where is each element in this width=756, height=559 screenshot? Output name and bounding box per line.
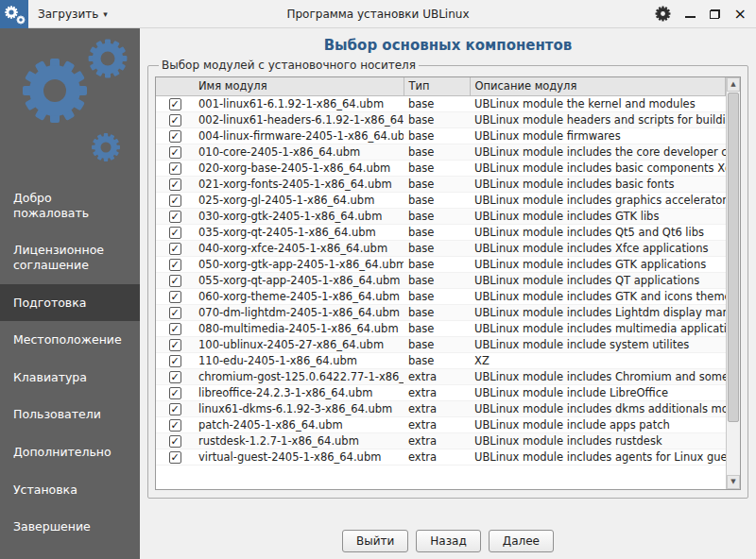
table-row[interactable]: ✓110-edu-2405-1-x86_64.ubmbaseXZ (156, 352, 726, 368)
table-row[interactable]: ✓004-linux-firmware-2405-1-x86_64.ubmbas… (156, 127, 726, 144)
module-type: base (404, 320, 470, 336)
module-name: 055-xorg-qt-app-2405-1-x86_64.ubm (194, 272, 404, 288)
row-checkbox[interactable]: ✓ (169, 355, 181, 367)
load-button-label: Загрузить (38, 8, 98, 21)
vertical-scrollbar[interactable]: ▲ ▼ (726, 77, 740, 489)
column-header[interactable]: Описание модуля (470, 77, 726, 95)
module-type: base (404, 272, 470, 288)
back-button[interactable]: Назад (416, 530, 480, 552)
sidebar: Добро пожаловатьЛицензионное соглашениеП… (0, 28, 140, 559)
table-row[interactable]: ✓030-xorg-gtk-2405-1-x86_64.ubmbaseUBLin… (156, 208, 726, 224)
row-checkbox[interactable]: ✓ (169, 275, 181, 287)
row-checkbox[interactable]: ✓ (169, 227, 181, 239)
module-type: base (404, 111, 470, 127)
minimize-button[interactable] (685, 9, 696, 18)
sidebar-item[interactable]: Установка (0, 471, 140, 509)
row-checkbox[interactable]: ✓ (169, 130, 181, 143)
row-checkbox[interactable]: ✓ (169, 403, 181, 415)
settings-gear-icon[interactable] (655, 6, 671, 22)
table-row[interactable]: ✓025-xorg-gl-2405-1-x86_64.ubmbaseUBLinu… (156, 192, 726, 208)
load-button[interactable]: Загрузить ▾ (38, 8, 108, 21)
page-title: Выбор основных компонентов (140, 37, 756, 54)
column-header[interactable]: Тип (404, 77, 470, 95)
sidebar-item[interactable]: Добро пожаловать (0, 179, 140, 231)
module-description: UBLinux module the kernel and modules (470, 95, 726, 111)
row-checkbox[interactable]: ✓ (169, 387, 181, 399)
footer-buttons: Выйти Назад Далее (140, 499, 756, 559)
module-name: 004-linux-firmware-2405-1-x86_64.ubm (194, 127, 404, 144)
table-row[interactable]: ✓040-xorg-xfce-2405-1-x86_64.ubmbaseUBLi… (156, 240, 726, 256)
module-description: UBLinux module includes rustdesk (470, 432, 726, 449)
scroll-up-button[interactable]: ▲ (727, 77, 740, 92)
table-row[interactable]: ✓virtual-guest-2405-1-x86_64.ubmextraUBL… (156, 449, 726, 465)
row-checkbox[interactable]: ✓ (169, 162, 181, 175)
table-row[interactable]: ✓055-xorg-qt-app-2405-1-x86_64.ubmbaseUB… (156, 272, 726, 288)
sidebar-item[interactable]: Завершение (0, 508, 140, 546)
module-name: rustdesk-1.2.7-1-x86_64.ubm (194, 432, 404, 449)
row-checkbox[interactable]: ✓ (169, 371, 181, 383)
scroll-down-button[interactable]: ▼ (727, 475, 740, 489)
table-row[interactable]: ✓001-linux61-6.1.92-1-x86_64.ubmbaseUBLi… (156, 95, 726, 111)
sidebar-item[interactable]: Клавиатура (0, 359, 140, 397)
row-checkbox[interactable]: ✓ (169, 291, 181, 303)
table-row[interactable]: ✓010-core-2405-1-x86_64.ubmbaseUBLinux m… (156, 144, 726, 160)
row-checkbox[interactable]: ✓ (169, 451, 181, 464)
row-checkbox[interactable]: ✓ (169, 114, 181, 127)
row-checkbox[interactable]: ✓ (169, 98, 181, 110)
main-panel: Выбор основных компонентов Выбор модулей… (140, 28, 756, 559)
table-row[interactable]: ✓chromium-gost-125.0.6422.77-1-x86_64.ub… (156, 368, 726, 384)
row-checkbox[interactable]: ✓ (169, 339, 181, 351)
module-description: UBLinux module include LibreOffice (470, 384, 726, 400)
scrollbar-track[interactable] (727, 92, 740, 475)
row-checkbox[interactable]: ✓ (169, 435, 181, 448)
scrollbar-thumb[interactable] (728, 93, 739, 422)
module-name: linux61-dkms-6.1.92-3-x86_64.ubm (194, 400, 404, 416)
row-checkbox[interactable]: ✓ (169, 259, 181, 271)
table-row[interactable]: ✓060-xorg-theme-2405-1-x86_64.ubmbaseUBL… (156, 288, 726, 304)
groupbox-label: Выбор модулей с установочного носителя (159, 59, 419, 72)
table-row[interactable]: ✓070-dm-lightdm-2405-1-x86_64.ubmbaseUBL… (156, 304, 726, 320)
table-row[interactable]: ✓035-xorg-qt-2405-1-x86_64.ubmbaseUBLinu… (156, 224, 726, 240)
row-checkbox[interactable]: ✓ (169, 211, 181, 223)
row-checkbox[interactable]: ✓ (169, 307, 181, 319)
module-name: 010-core-2405-1-x86_64.ubm (194, 144, 404, 160)
next-button[interactable]: Далее (489, 530, 554, 552)
sidebar-item[interactable]: Дополнительно (0, 433, 140, 471)
module-type: base (404, 192, 470, 208)
table-row[interactable]: ✓linux61-dkms-6.1.92-3-x86_64.ubmextraUB… (156, 400, 726, 416)
table-row[interactable]: ✓rustdesk-1.2.7-1-x86_64.ubmextraUBLinux… (156, 432, 726, 449)
column-header[interactable]: Имя модуля (194, 77, 404, 95)
table-row[interactable]: ✓patch-2405-1-x86_64.ubmextraUBLinux mod… (156, 416, 726, 432)
module-name: 035-xorg-qt-2405-1-x86_64.ubm (194, 224, 404, 240)
row-checkbox[interactable]: ✓ (169, 195, 181, 207)
modules-groupbox: Выбор модулей с установочного носителя И… (147, 59, 748, 499)
table-row[interactable]: ✓050-xorg-gtk-app-2405-1-x86_64.ubmbaseU… (156, 256, 726, 272)
table-row[interactable]: ✓020-xorg-base-2405-1-x86_64.ubmbaseUBLi… (156, 160, 726, 176)
table-row[interactable]: ✓libreoffice-24.2.3-1-x86_64.ubmextraUBL… (156, 384, 726, 400)
table-row[interactable]: ✓021-xorg-fonts-2405-1-x86_64.ubmbaseUBL… (156, 176, 726, 192)
row-checkbox[interactable]: ✓ (169, 146, 181, 159)
sidebar-item[interactable]: Местоположение (0, 321, 140, 359)
column-header-checkbox[interactable] (156, 77, 194, 95)
sidebar-item[interactable]: Подготовка (0, 284, 140, 322)
close-button[interactable]: × (734, 8, 747, 21)
row-checkbox[interactable]: ✓ (169, 178, 181, 191)
table-row[interactable]: ✓002-linux61-headers-6.1.92-1-x86_64.ubm… (156, 111, 726, 127)
module-name: patch-2405-1-x86_64.ubm (194, 416, 404, 432)
module-type: extra (404, 449, 470, 465)
module-name: 002-linux61-headers-6.1.92-1-x86_64.ubm (194, 111, 404, 127)
maximize-button[interactable] (710, 9, 720, 19)
table-row[interactable]: ✓100-ublinux-2405-27-x86_64.ubmbaseUBLin… (156, 336, 726, 352)
module-type: base (404, 176, 470, 192)
sidebar-item[interactable]: Пользователи (0, 396, 140, 433)
row-checkbox[interactable]: ✓ (169, 419, 181, 432)
module-type: extra (404, 368, 470, 384)
row-checkbox[interactable]: ✓ (169, 243, 181, 255)
row-checkbox[interactable]: ✓ (169, 323, 181, 335)
module-type: base (404, 336, 470, 352)
module-description: XZ (470, 352, 726, 368)
exit-button[interactable]: Выйти (342, 530, 408, 552)
module-name: 021-xorg-fonts-2405-1-x86_64.ubm (194, 176, 404, 192)
table-row[interactable]: ✓080-multimedia-2405-1-x86_64.ubmbaseUBL… (156, 320, 726, 336)
sidebar-item[interactable]: Лицензионное соглашение (0, 231, 140, 283)
